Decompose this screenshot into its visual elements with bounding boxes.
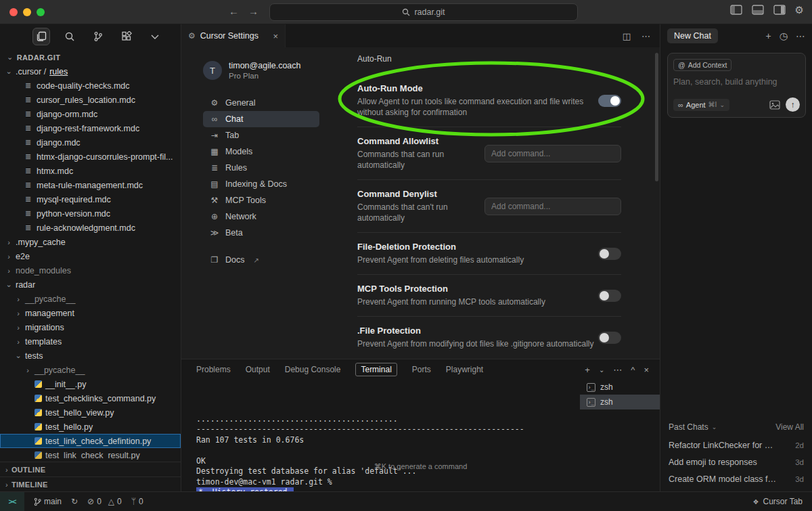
chat-input[interactable]: @ Add Context Plan, search, build anythi… xyxy=(667,53,806,118)
chat-history-icon[interactable]: ◷ xyxy=(780,30,788,41)
settings-nav-item[interactable]: ⇥ Tab xyxy=(203,127,319,143)
remote-indicator-icon[interactable]: >< xyxy=(0,492,24,511)
zoom-window-button[interactable] xyxy=(37,8,45,16)
settings-nav-item[interactable]: ❐ Docs ↗ xyxy=(203,252,319,268)
past-chat-item[interactable]: Refactor LinkChecker for m... 2d xyxy=(669,441,804,450)
terminal-instance[interactable]: ›_ zsh xyxy=(580,395,660,409)
explorer-item[interactable]: test_hello.py xyxy=(0,420,181,434)
command-center-search[interactable]: radar.git xyxy=(269,3,578,21)
maximize-panel-icon[interactable]: ^ xyxy=(631,365,635,375)
split-editor-icon[interactable]: ◫ xyxy=(623,31,631,41)
sync-status[interactable]: ↻ xyxy=(71,497,78,506)
setting-toggle[interactable] xyxy=(598,332,621,344)
problems-status[interactable]: ⊘ 0 △ 0 xyxy=(87,497,122,506)
past-chats-title[interactable]: Past Chats xyxy=(669,422,708,432)
search-icon[interactable] xyxy=(61,28,78,45)
chevron-down-icon[interactable] xyxy=(146,28,164,45)
new-chat-icon[interactable]: + xyxy=(766,30,771,41)
past-chat-item[interactable]: Create ORM model class fo... 3d xyxy=(669,474,804,484)
explorer-item[interactable]: › e2e xyxy=(0,249,181,263)
add-command-input[interactable] xyxy=(484,145,621,162)
panel-right-icon[interactable] xyxy=(773,5,786,15)
explorer-item[interactable]: django-orm.mdc xyxy=(0,107,181,121)
sidebar-section-header[interactable]: › OUTLINE xyxy=(0,462,181,476)
past-chat-item[interactable]: Add emoji to responses 3d xyxy=(669,458,804,467)
source-control-icon[interactable] xyxy=(89,28,107,45)
settings-nav-item[interactable]: ⚒ MCP Tools xyxy=(203,192,319,208)
new-terminal-icon[interactable]: + xyxy=(585,365,590,375)
explorer-item[interactable]: htmx.mdc xyxy=(0,164,181,178)
minimize-window-button[interactable] xyxy=(23,8,31,16)
panel-left-icon[interactable] xyxy=(730,5,742,15)
settings-nav-item[interactable]: ▤ Indexing & Docs xyxy=(203,176,319,192)
new-chat-tab[interactable]: New Chat xyxy=(667,28,718,43)
panel-tab[interactable]: Problems xyxy=(196,365,231,374)
explorer-item[interactable]: htmx-django-cursorrules-prompt-fil... xyxy=(0,150,181,164)
explorer-item[interactable]: › migrations xyxy=(0,320,181,334)
setting-toggle[interactable] xyxy=(598,290,621,302)
tab-close-icon[interactable]: × xyxy=(273,31,278,41)
explorer-item[interactable]: › __pycache__ xyxy=(0,292,181,306)
explorer-item[interactable]: python-version.mdc xyxy=(0,206,181,221)
terminal-dropdown-icon[interactable]: ⌄ xyxy=(599,366,604,374)
explorer-item[interactable]: ⌄ radar xyxy=(0,277,181,292)
explorer-item[interactable]: test_link_check_result.py xyxy=(0,448,181,460)
agent-mode-selector[interactable]: ∞ Agent ⌘I ⌄ xyxy=(673,99,729,111)
panel-tab[interactable]: Debug Console xyxy=(285,365,341,374)
more-actions-icon[interactable]: ⋯ xyxy=(613,365,622,375)
terminal-instance[interactable]: ›_ zsh xyxy=(580,380,660,395)
ports-status[interactable]: ᛘ 0 xyxy=(131,497,143,506)
explorer-icon[interactable] xyxy=(32,28,50,45)
add-context-chip[interactable]: @ Add Context xyxy=(673,59,731,71)
sidebar-section-header[interactable]: › TIMELINE xyxy=(0,476,181,491)
explorer-item[interactable]: django-rest-framework.mdc xyxy=(0,121,181,135)
panel-tab[interactable]: Terminal xyxy=(355,363,397,376)
close-panel-icon[interactable]: × xyxy=(644,365,649,375)
explorer-item[interactable]: test_link_check_defintion.py xyxy=(0,434,181,448)
explorer-item[interactable]: code-quality-checks.mdc xyxy=(0,79,181,93)
close-window-button[interactable] xyxy=(9,8,18,16)
explorer-item[interactable]: test_hello_view.py xyxy=(0,405,181,420)
git-branch-status[interactable]: main xyxy=(34,497,62,506)
send-button[interactable]: ↑ xyxy=(786,97,800,112)
attach-image-icon[interactable] xyxy=(769,100,780,110)
settings-nav-item[interactable]: ⊕ Network xyxy=(203,208,319,225)
explorer-item[interactable]: › templates xyxy=(0,334,181,349)
explorer-item[interactable]: rule-acknowledgment.mdc xyxy=(0,221,181,235)
chat-more-icon[interactable]: ⋯ xyxy=(796,30,805,41)
more-actions-icon[interactable]: ⋯ xyxy=(641,31,650,41)
explorer-item[interactable]: › node_modules xyxy=(0,263,181,277)
explorer-item[interactable]: django.mdc xyxy=(0,135,181,150)
scrollbar[interactable] xyxy=(655,53,658,181)
settings-nav-item[interactable]: ∞ Chat xyxy=(203,111,319,127)
setting-toggle[interactable] xyxy=(598,248,621,260)
settings-nav-item[interactable]: ≣ Rules xyxy=(203,160,319,176)
explorer-item[interactable]: ⌄ .cursor / rules xyxy=(0,64,181,79)
tab-cursor-settings[interactable]: ⚙ Cursor Settings × xyxy=(181,24,286,47)
explorer-item[interactable]: › __pycache__ xyxy=(0,363,181,377)
panel-tab[interactable]: Output xyxy=(246,365,270,374)
explorer-item[interactable]: mysql-required.mdc xyxy=(0,192,181,206)
panel-bottom-icon[interactable] xyxy=(752,5,764,15)
explorer-item[interactable]: meta-rule-management.mdc xyxy=(0,178,181,192)
settings-gear-icon[interactable]: ⚙ xyxy=(795,5,804,15)
settings-nav-item[interactable]: ▦ Models xyxy=(203,143,319,160)
extensions-icon[interactable] xyxy=(118,28,135,45)
explorer-item[interactable]: ⌄ tests xyxy=(0,349,181,363)
settings-nav-item[interactable]: ≫ Beta xyxy=(203,225,319,241)
explorer-item[interactable]: › management xyxy=(0,306,181,320)
explorer-item[interactable]: cursor_rules_location.mdc xyxy=(0,93,181,107)
explorer-root[interactable]: ⌄ RADAR.GIT xyxy=(0,49,181,64)
panel-tab[interactable]: Ports xyxy=(412,365,431,374)
explorer-item[interactable]: › .mypy_cache xyxy=(0,235,181,249)
explorer-item[interactable]: test_checklinks_command.py xyxy=(0,391,181,405)
nav-forward-icon[interactable]: → xyxy=(248,5,258,17)
panel-tab[interactable]: Playwright xyxy=(446,365,483,374)
explorer-item[interactable]: __init__.py xyxy=(0,377,181,391)
view-all-link[interactable]: View All xyxy=(775,422,804,432)
setting-toggle[interactable] xyxy=(598,95,621,107)
cursor-tab-status[interactable]: ❖ Cursor Tab xyxy=(753,497,812,506)
nav-back-icon[interactable]: ← xyxy=(229,5,239,17)
settings-nav-item[interactable]: ⚙ General xyxy=(203,95,319,111)
add-command-input[interactable] xyxy=(484,198,621,215)
